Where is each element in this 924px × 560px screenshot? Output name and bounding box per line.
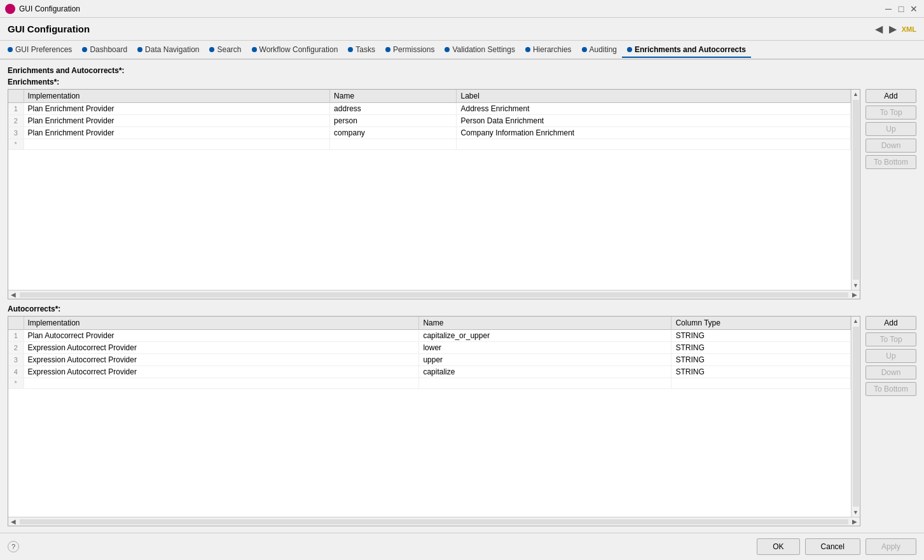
enrichments-row-2-impl: Plan Enrichment Provider	[24, 115, 330, 127]
autocorrects-scroll-right-arrow[interactable]: ▶	[850, 518, 860, 525]
close-button[interactable]: ✕	[909, 4, 919, 14]
autocorrects-col-num	[8, 317, 24, 330]
autocorrects-side-buttons: Add To Top Up Down To Bottom	[865, 316, 916, 526]
enrichments-scroll-right-arrow[interactable]: ▶	[850, 291, 860, 298]
autocorrects-table-with-scroll: Implementation Name Column Type 1 Plan A…	[8, 317, 860, 517]
tab-label-data-navigation: Data Navigation	[145, 45, 199, 54]
tab-dot-auditing	[582, 47, 587, 52]
tab-dot-dashboard	[82, 47, 87, 52]
autocorrects-up-button[interactable]: Up	[865, 349, 916, 363]
ok-button[interactable]: OK	[757, 538, 799, 555]
autocorrects-to-bottom-button[interactable]: To Bottom	[865, 382, 916, 396]
autocorrects-add-button[interactable]: Add	[865, 316, 916, 330]
tab-search[interactable]: Search	[204, 43, 246, 58]
autocorrects-row-4[interactable]: 4 Expression Autocorrect Provider capita…	[8, 366, 851, 378]
tab-permissions[interactable]: Permissions	[380, 43, 439, 58]
tab-data-navigation[interactable]: Data Navigation	[132, 43, 204, 58]
enrichments-row-new-name	[330, 139, 457, 150]
tab-label-dashboard: Dashboard	[90, 45, 127, 54]
enrichments-down-button[interactable]: Down	[865, 139, 916, 153]
maximize-button[interactable]: □	[896, 4, 906, 14]
enrichments-col-num	[8, 90, 24, 103]
tab-workflow-configuration[interactable]: Workflow Configuration	[247, 43, 343, 58]
enrichments-row-new[interactable]: *	[8, 139, 851, 150]
tab-dot-validation-settings	[445, 47, 450, 52]
tab-dot-hierarchies	[525, 47, 530, 52]
enrichments-row-1-impl: Plan Enrichment Provider	[24, 103, 330, 115]
autocorrects-row-2-type: STRING	[672, 342, 851, 354]
enrichments-row-1-name: address	[330, 103, 457, 115]
enrichments-row-2[interactable]: 2 Plan Enrichment Provider person Person…	[8, 115, 851, 127]
autocorrects-vert-scroll[interactable]: ▲ ▼	[851, 317, 860, 517]
autocorrects-row-3-impl: Expression Autocorrect Provider	[24, 354, 419, 366]
autocorrects-down-button[interactable]: Down	[865, 365, 916, 379]
enrichments-scroll-track-x	[20, 292, 848, 297]
enrichments-row-3-name: company	[330, 127, 457, 139]
enrichments-side-buttons: Add To Top Up Down To Bottom	[865, 89, 916, 299]
apply-button[interactable]: Apply	[865, 538, 916, 555]
tab-label-workflow-configuration: Workflow Configuration	[259, 45, 338, 54]
autocorrects-col-type: Column Type	[672, 317, 851, 330]
autocorrects-row-1-type: STRING	[672, 330, 851, 342]
autocorrects-row-4-type: STRING	[672, 366, 851, 378]
minimize-button[interactable]: ─	[883, 4, 893, 14]
autocorrects-scroll-up-btn[interactable]: ▲	[852, 317, 860, 325]
autocorrects-to-top-button[interactable]: To Top	[865, 332, 916, 346]
autocorrects-row-2[interactable]: 2 Expression Autocorrect Provider lower …	[8, 342, 851, 354]
tab-gui-preferences[interactable]: GUI Preferences	[3, 43, 77, 58]
forward-button[interactable]: ▶	[888, 22, 898, 36]
autocorrects-row-3-name: upper	[419, 354, 672, 366]
enrichments-table-section: Implementation Name Label 1 Plan Enrichm…	[8, 89, 916, 299]
tabs-bar: GUI Preferences Dashboard Data Navigatio…	[0, 41, 924, 60]
enrichments-table-wrapper: Implementation Name Label 1 Plan Enrichm…	[8, 89, 860, 299]
autocorrects-row-3[interactable]: 3 Expression Autocorrect Provider upper …	[8, 354, 851, 366]
autocorrects-row-4-num: 4	[8, 366, 24, 378]
enrichments-vert-scroll[interactable]: ▲ ▼	[851, 90, 860, 290]
enrichments-row-new-impl	[24, 139, 330, 150]
tab-dot-data-navigation	[137, 47, 142, 52]
tab-tasks[interactable]: Tasks	[343, 43, 380, 58]
tab-hierarchies[interactable]: Hierarchies	[520, 43, 577, 58]
enrichments-row-2-num: 2	[8, 115, 24, 127]
autocorrects-row-new[interactable]: *	[8, 378, 851, 389]
help-button[interactable]: ?	[8, 541, 19, 552]
tab-validation-settings[interactable]: Validation Settings	[439, 43, 520, 58]
enrichments-table-with-scroll: Implementation Name Label 1 Plan Enrichm…	[8, 90, 860, 290]
main-content: Enrichments and Autocorrects*: Enrichmen…	[0, 60, 924, 533]
autocorrects-scroll-down-btn[interactable]: ▼	[852, 508, 860, 517]
enrichments-up-button[interactable]: Up	[865, 122, 916, 136]
tab-auditing[interactable]: Auditing	[577, 43, 622, 58]
autocorrects-horiz-scroll[interactable]: ◀ ▶	[8, 517, 860, 526]
enrichments-row-1-num: 1	[8, 103, 24, 115]
enrichments-to-top-button[interactable]: To Top	[865, 106, 916, 120]
app-header: GUI Configuration ◀ ▶ XML	[0, 18, 924, 41]
enrichments-scroll-track	[853, 100, 859, 280]
enrichments-scroll-down-btn[interactable]: ▼	[852, 281, 860, 290]
autocorrects-row-2-impl: Expression Autocorrect Provider	[24, 342, 419, 354]
enrichments-row-3[interactable]: 3 Plan Enrichment Provider company Compa…	[8, 127, 851, 139]
autocorrects-scroll-left-arrow[interactable]: ◀	[8, 518, 18, 525]
enrichments-add-button[interactable]: Add	[865, 89, 916, 103]
cancel-button[interactable]: Cancel	[805, 538, 860, 555]
autocorrects-row-1[interactable]: 1 Plan Autocorrect Provider capitalize_o…	[8, 330, 851, 342]
enrichments-horiz-scroll[interactable]: ◀ ▶	[8, 290, 860, 299]
tab-dot-search	[209, 47, 214, 52]
tab-dashboard[interactable]: Dashboard	[77, 43, 132, 58]
tab-label-validation-settings: Validation Settings	[452, 45, 515, 54]
enrichments-row-2-name: person	[330, 115, 457, 127]
tab-enrichments-autocorrects[interactable]: Enrichments and Autocorrects	[622, 43, 751, 58]
enrichments-title: Enrichments*:	[8, 78, 916, 86]
autocorrects-section: Autocorrects*: Implementation Name	[8, 304, 916, 526]
enrichments-row-1[interactable]: 1 Plan Enrichment Provider address Addre…	[8, 103, 851, 115]
tab-label-tasks: Tasks	[355, 45, 375, 54]
autocorrects-row-new-name	[419, 378, 672, 389]
enrichments-scroll-up-btn[interactable]: ▲	[852, 90, 860, 99]
enrichments-to-bottom-button[interactable]: To Bottom	[865, 155, 916, 169]
enrichments-scroll-left-arrow[interactable]: ◀	[8, 291, 18, 298]
autocorrects-row-2-num: 2	[8, 342, 24, 354]
back-button[interactable]: ◀	[874, 22, 884, 36]
tab-dot-workflow-configuration	[252, 47, 257, 52]
autocorrects-row-2-name: lower	[419, 342, 672, 354]
two-sections: Enrichments*: Implementation Name	[8, 78, 916, 526]
enrichments-table: Implementation Name Label 1 Plan Enrichm…	[8, 90, 851, 150]
